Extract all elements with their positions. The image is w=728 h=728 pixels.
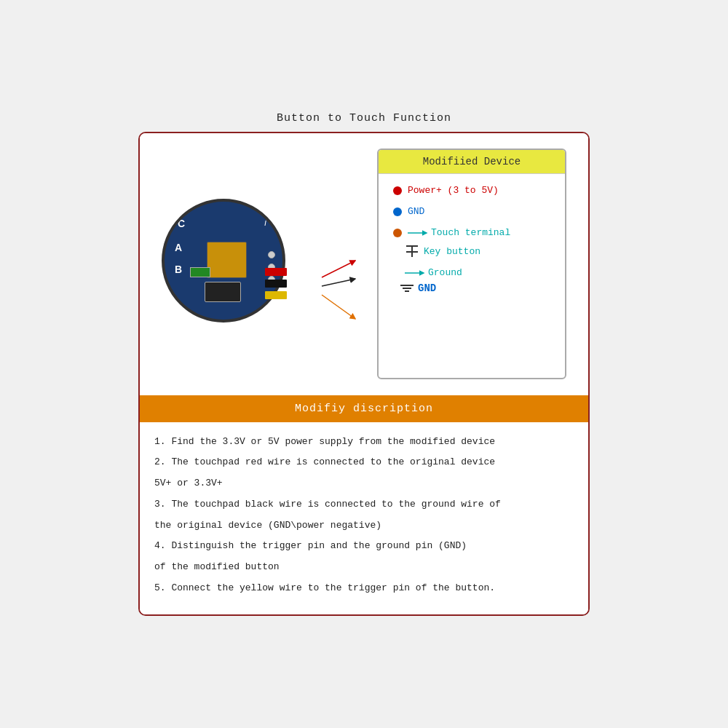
desc-item-3b: the original device (GND\power negative) xyxy=(154,517,574,535)
ground-arrow-icon xyxy=(403,268,425,278)
touch-dot xyxy=(393,229,402,237)
gnd-symbol xyxy=(400,285,414,292)
main-card: C A B i xyxy=(138,132,590,617)
svg-line-2 xyxy=(322,295,355,319)
device-content: Power+ (3 to 5V) GND xyxy=(379,174,565,378)
desc-item-3: 3. The touchpad black wire is connected … xyxy=(154,496,574,514)
description-header: Modifiy discription xyxy=(140,395,588,422)
touch-terminal-row: Touch terminal xyxy=(393,227,554,238)
device-box: Modifiied Device Power+ (3 to 5V) GND xyxy=(377,149,566,379)
wire-bundle xyxy=(265,268,287,299)
red-wire xyxy=(265,268,287,276)
arrows-area xyxy=(320,184,357,344)
desc-item-1: 1. Find the 3.3V or 5V power supply from… xyxy=(154,433,574,451)
desc-item-4b: of the modified button xyxy=(154,558,574,577)
ground-label: Ground xyxy=(428,267,462,278)
gnd-row: GND xyxy=(393,206,554,217)
touch-terminal-label: Touch terminal xyxy=(431,227,510,238)
page-title: Button to Touch Function xyxy=(277,112,451,124)
touch-arrow-icon xyxy=(406,228,428,238)
svg-line-1 xyxy=(322,279,355,286)
key-button-row: Key button xyxy=(406,245,554,257)
page-wrapper: Button to Touch Function C A B i xyxy=(0,0,728,728)
desc-item-5: 5. Connect the yellow wire to the trigge… xyxy=(154,579,574,598)
desc-item-2b: 5V+ or 3.3V+ xyxy=(154,475,574,493)
circuit-board: C A B i xyxy=(162,199,285,323)
power-label: Power+ (3 to 5V) xyxy=(408,185,499,196)
gnd-dot xyxy=(393,207,402,216)
gnd-label: GND xyxy=(408,206,424,217)
key-button-label: Key button xyxy=(424,246,480,257)
svg-line-0 xyxy=(322,261,355,277)
ground-row: Ground xyxy=(403,267,554,278)
power-row: Power+ (3 to 5V) xyxy=(393,185,554,196)
desc-item-2: 2. The touchpad red wire is connected to… xyxy=(154,454,574,472)
desc-item-4: 4. Distinguish the trigger pin and the g… xyxy=(154,537,574,555)
power-dot xyxy=(393,186,402,195)
description-content: 1. Find the 3.3V or 5V power supply from… xyxy=(140,422,588,615)
device-header: Modifiied Device xyxy=(379,150,565,174)
yellow-wire xyxy=(265,291,287,299)
board-area: C A B i xyxy=(154,184,300,344)
gnd-bottom-row: GND xyxy=(400,282,554,294)
button-symbol xyxy=(406,245,418,257)
black-wire xyxy=(265,280,287,288)
diagram-section: C A B i xyxy=(140,133,588,395)
gnd-bottom-label: GND xyxy=(418,282,436,294)
